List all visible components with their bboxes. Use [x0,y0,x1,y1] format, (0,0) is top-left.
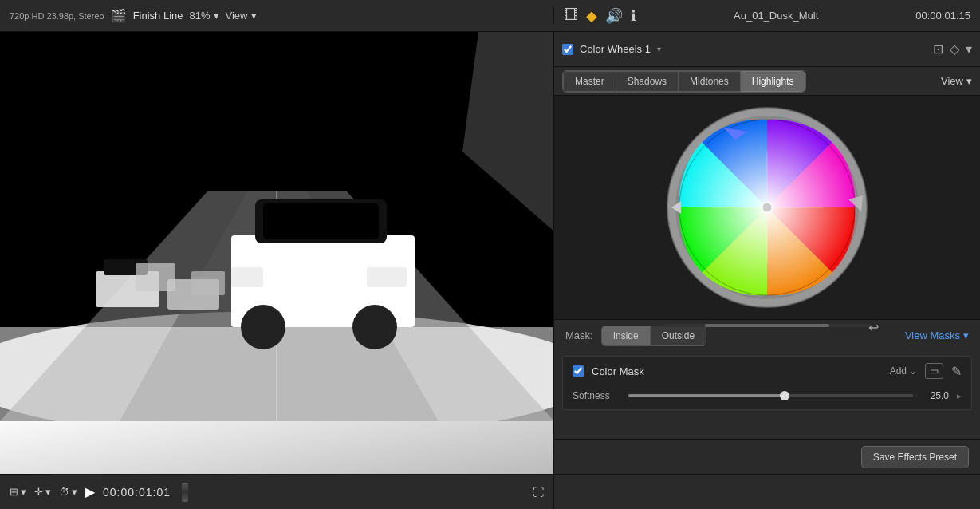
mask-outside-button[interactable]: Outside [650,326,706,345]
tabs-view-label: View [941,75,963,87]
softness-label: Softness [573,390,620,401]
transform-button[interactable]: ✛ ▾ [34,486,51,498]
softness-row: Softness 25.0 ▸ [563,385,971,409]
rect-icon: ▭ [930,365,939,377]
view-masks-arrow-icon: ▾ [963,329,969,341]
top-bar-right: 🎞 ◆ 🔊 ℹ Au_01_Dusk_Mult 00:00:01:15 [554,7,980,25]
wheel-scrollbar-thumb [705,324,829,327]
zoom-value: 81% [190,10,211,22]
color-mask-add-button[interactable]: Add ⌄ [890,365,917,377]
color-mask-eyedropper-button[interactable]: ✎ [951,364,962,379]
bottom-full-bar: ⊞ ▾ ✛ ▾ ⏱ ▾ ▶ 00:00:01:01 ⛶ [0,474,980,509]
color-icon[interactable]: ◆ [586,7,597,25]
top-bar-left: 720p HD 23.98p, Stereo 🎬 Finish Line 81%… [0,8,554,23]
tabs-bar: Master Shadows Midtones Highlights View … [554,67,980,96]
svg-rect-21 [191,271,225,295]
play-button[interactable]: ▶ [85,484,95,499]
tab-midtones[interactable]: Midtones [679,71,741,92]
mask-label: Mask: [565,329,593,341]
audio-icon[interactable]: 🔊 [605,7,623,25]
color-mask-section: Color Mask Add ⌄ ▭ ✎ Softness 25.0 [562,356,972,410]
effect-menu-icon[interactable]: ▾ [966,41,972,57]
playback-timecode: 00:00:01:01 [103,486,171,499]
color-mask-label: Color Mask [592,365,644,377]
svg-rect-15 [231,267,263,287]
color-wheel-wrapper[interactable]: ↩ [663,104,871,311]
svg-point-31 [762,203,772,212]
view-arrow-icon: ▾ [251,10,257,22]
film-icon: 🎬 [111,8,127,23]
right-header-icons: 🎞 ◆ 🔊 ℹ [564,7,636,25]
video-scene [0,32,553,474]
tab-shadows-label: Shadows [628,76,667,87]
tab-highlights-label: Highlights [752,76,794,87]
video-image [0,32,553,421]
color-wheel-area: ↩ [554,96,980,319]
clip-filename: Au_01_Dusk_Mult [734,10,818,22]
svg-rect-14 [263,203,379,239]
effect-display-toggle[interactable]: ⊡ [933,41,943,57]
main-area: Color Wheels 1 ▾ ⊡ ◇ ▾ Master Shadows Mi… [0,32,980,474]
wheel-scrollbar[interactable] [663,324,871,327]
svg-point-18 [352,305,397,349]
save-effects-preset-button[interactable]: Save Effects Preset [861,446,969,468]
timecode-display: 00:00:01:15 [915,10,970,22]
color-wheel-svg[interactable] [663,104,871,311]
tab-master[interactable]: Master [563,71,616,92]
view-layout-icon: ⊞ [10,486,18,498]
info-icon[interactable]: ℹ [631,7,636,25]
view-masks-button[interactable]: View Masks ▾ [905,329,969,341]
wheel-undo-button[interactable]: ↩ [868,320,879,335]
view-button[interactable]: View ▾ [226,10,257,22]
effect-enable-checkbox[interactable] [562,44,573,55]
color-mask-rect-button[interactable]: ▭ [925,363,943,379]
mask-outside-label: Outside [662,330,695,341]
video-panel [0,32,554,474]
effect-header: Color Wheels 1 ▾ ⊡ ◇ ▾ [554,32,980,67]
tabs-view-arrow-icon: ▾ [966,75,972,87]
filmstrip-icon[interactable]: 🎞 [564,7,578,24]
effect-dropdown-icon[interactable]: ▾ [657,45,661,53]
effect-title: Color Wheels 1 [580,43,651,55]
bottom-right-section [554,475,980,509]
view-layout-button[interactable]: ⊞ ▾ [10,486,26,498]
tab-shadows[interactable]: Shadows [616,71,679,92]
add-label: Add [890,365,907,377]
svg-point-17 [241,305,285,349]
tabs-view-button[interactable]: View ▾ [941,75,972,87]
tab-master-label: Master [575,76,604,87]
playhead-indicator [182,483,188,502]
svg-rect-20 [136,263,175,291]
speed-button[interactable]: ⏱ ▾ [59,486,77,498]
video-controls-bar: ⊞ ▾ ✛ ▾ ⏱ ▾ ▶ 00:00:01:01 ⛶ [0,475,554,509]
softness-slider-thumb[interactable] [780,391,789,400]
view-label: View [226,10,248,22]
effect-more-options[interactable]: ◇ [950,41,959,57]
view-masks-label: View Masks [905,329,960,341]
view-layout-arrow: ▾ [21,486,26,498]
speed-icon: ⏱ [59,486,69,498]
tab-group: Master Shadows Midtones Highlights [562,70,806,93]
mask-inside-label: Inside [613,330,639,341]
transform-arrow: ▾ [45,486,51,498]
zoom-arrow-icon: ▾ [214,10,219,22]
right-panel: Color Wheels 1 ▾ ⊡ ◇ ▾ Master Shadows Mi… [554,32,980,474]
tab-midtones-label: Midtones [690,76,729,87]
mask-inside-button[interactable]: Inside [602,326,650,345]
softness-expand-icon[interactable]: ▸ [957,391,962,401]
right-bottom-bar: Save Effects Preset [554,439,980,474]
mask-segment-control: Inside Outside [601,326,706,346]
color-mask-row: Color Mask Add ⌄ ▭ ✎ [563,357,971,385]
project-title: Finish Line [133,10,183,22]
effect-header-right: ⊡ ◇ ▾ [933,41,972,57]
add-arrow-icon: ⌄ [909,365,917,377]
tab-highlights[interactable]: Highlights [741,71,806,92]
color-mask-checkbox[interactable] [573,365,584,377]
softness-slider-fill [628,394,785,397]
fullscreen-button[interactable]: ⛶ [533,486,544,499]
eyedropper-icon: ✎ [951,365,962,378]
zoom-button[interactable]: 81% ▾ [190,10,219,22]
softness-slider[interactable] [628,394,913,397]
top-bar: 720p HD 23.98p, Stereo 🎬 Finish Line 81%… [0,0,980,32]
right-spacer [554,415,980,439]
